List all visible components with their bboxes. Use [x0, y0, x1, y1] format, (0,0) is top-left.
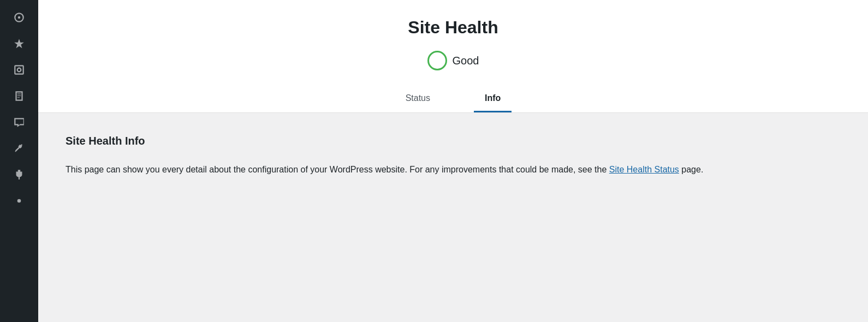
header-area: Site Health Good Status Info: [38, 0, 868, 113]
sidebar-icon-dot[interactable]: [7, 189, 31, 213]
sidebar-icon-media[interactable]: [7, 58, 31, 82]
sidebar-icon-pages[interactable]: [7, 84, 31, 108]
page-title: Site Health: [408, 17, 498, 38]
description-text: This page can show you every detail abou…: [66, 163, 819, 177]
tab-info[interactable]: Info: [474, 88, 512, 112]
body-area: Site Health Info This page can show you …: [38, 113, 868, 322]
sidebar-icon-tools[interactable]: [7, 136, 31, 160]
section-heading: Site Health Info: [66, 135, 841, 147]
sidebar-icon-plugin[interactable]: [7, 163, 31, 187]
svg-point-0: [17, 199, 21, 203]
main-content: Site Health Good Status Info Site Health…: [38, 0, 868, 322]
tabs-container: Status Info: [395, 88, 512, 112]
description-part1: This page can show you every detail abou…: [66, 165, 609, 174]
sidebar-icon-pin[interactable]: [7, 32, 31, 56]
tab-status[interactable]: Status: [395, 88, 441, 112]
health-label: Good: [453, 55, 479, 67]
sidebar-icon-comments[interactable]: [7, 110, 31, 134]
site-health-status-link[interactable]: Site Health Status: [609, 165, 679, 174]
description-part2: page.: [679, 165, 703, 174]
sidebar-icon-palette[interactable]: [7, 5, 31, 29]
sidebar: [0, 0, 38, 322]
health-status: Good: [427, 51, 479, 70]
health-circle: [427, 51, 447, 70]
